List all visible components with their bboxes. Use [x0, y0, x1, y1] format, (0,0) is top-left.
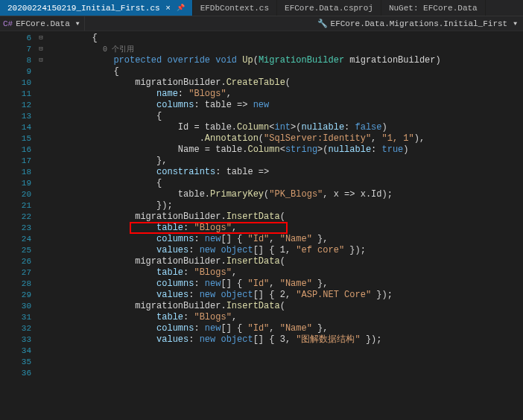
line-numbers: 6789101112131415161718192021222324252627… [10, 31, 36, 420]
line-number: 24 [10, 234, 31, 245]
code-line[interactable]: constraints: table => [49, 167, 523, 178]
pin-icon[interactable]: 📌 [177, 4, 185, 12]
token [49, 100, 156, 110]
line-number: 23 [10, 223, 31, 234]
code-editor[interactable]: 6789101112131415161718192021222324252627… [0, 31, 523, 420]
code-line[interactable]: .Annotation("SqlServer:Identity", "1, 1"… [49, 133, 523, 144]
tab-label: EFCore.Data.csproj [285, 4, 373, 13]
token [49, 55, 113, 66]
code-line[interactable]: { [49, 178, 523, 189]
code-area[interactable]: { 0 个引用 protected override void Up(Migra… [46, 31, 523, 420]
token: new [253, 100, 270, 110]
code-line[interactable]: table: "Blogs", [49, 312, 523, 323]
token: name [156, 89, 178, 99]
code-line[interactable]: { [49, 33, 523, 44]
token: nullable [301, 122, 344, 133]
token: Annotation [205, 133, 259, 144]
tab-3[interactable]: NuGet: EFCore.Data [381, 0, 486, 16]
token: new [205, 234, 221, 244]
code-line[interactable]: Name = table.Column<string>(nullable: tr… [49, 144, 523, 156]
token: "Blogs" [194, 267, 231, 278]
token: columns [156, 100, 194, 110]
token [49, 223, 156, 233]
token: "Name" [280, 323, 312, 334]
code-line[interactable]: }, [49, 156, 523, 167]
tab-1[interactable]: EFDbContext.cs [193, 0, 277, 16]
breadcrumb-left[interactable]: C# EFCore.Data ▼ [3, 19, 83, 28]
code-line[interactable]: table.PrimaryKey("PK_Blogs", x => x.Id); [49, 189, 523, 200]
token: nullable [329, 144, 372, 155]
token: columns [156, 279, 194, 289]
code-line[interactable]: columns: new[] { "Id", "Name" }, [49, 279, 523, 290]
token: new [205, 323, 221, 334]
code-line[interactable]: columns: table => new [49, 100, 523, 111]
token: InsertData [226, 211, 280, 222]
token: }, [49, 156, 167, 166]
breadcrumb-right[interactable]: 🔧 EFCore.Data.Migrations.Initial_First ▼ [317, 19, 520, 28]
token: , [232, 312, 237, 322]
line-number: 29 [10, 290, 31, 301]
token [49, 334, 156, 345]
outline-gutter [0, 31, 10, 420]
token: MigrationBuilder [259, 55, 344, 66]
code-line[interactable]: values: new object[] { 1, "ef core" }); [49, 245, 523, 256]
line-number: 6 [10, 33, 31, 44]
line-number: 10 [10, 77, 31, 89]
token: : [194, 323, 204, 334]
fold-toggle[interactable]: ⊟ [36, 44, 46, 55]
chevron-down-icon[interactable]: ▼ [73, 20, 83, 27]
code-line[interactable]: protected override void Up(MigrationBuil… [49, 55, 523, 66]
code-line[interactable]: table: "Blogs", [49, 267, 523, 279]
token: }, [312, 279, 329, 289]
tab-2[interactable]: EFCore.Data.csproj [277, 0, 381, 16]
fold-toggle[interactable]: ⊟ [36, 33, 46, 44]
tab-label: EFDbContext.cs [200, 4, 269, 13]
token: Column [237, 122, 269, 133]
line-number: 26 [10, 256, 31, 267]
line-number: 13 [10, 111, 31, 122]
chevron-down-icon[interactable]: ▼ [510, 20, 520, 27]
token: { [49, 33, 98, 43]
token: "Name" [280, 279, 312, 289]
code-line[interactable]: table: "Blogs", [49, 223, 523, 234]
csharp-icon: C# [3, 19, 13, 28]
token: protected override void [113, 55, 237, 66]
codelens[interactable]: 0 个引用 [49, 44, 523, 55]
code-line[interactable]: name: "Blogs", [49, 89, 523, 100]
tab-0[interactable]: 20200224150219_Initial_First.cs×📌 [0, 0, 193, 16]
code-line[interactable]: { [49, 111, 523, 122]
code-line[interactable]: columns: new[] { "Id", "Name" }, [49, 323, 523, 334]
code-line[interactable]: { [49, 66, 523, 77]
code-line[interactable]: migrationBuilder.CreateTable( [49, 77, 523, 89]
token: : table => [194, 100, 253, 110]
token: migrationBuilder. [49, 301, 226, 311]
code-line[interactable]: values: new object[] { 3, "图解数据结构" }); [49, 334, 523, 346]
code-line[interactable]: columns: new[] { "Id", "Name" }, [49, 234, 523, 245]
code-line[interactable]: migrationBuilder.InsertData( [49, 211, 523, 223]
code-line[interactable]: }); [49, 200, 523, 211]
token: , [269, 323, 279, 334]
line-number: 36 [10, 368, 31, 379]
code-line[interactable]: migrationBuilder.InsertData( [49, 301, 523, 312]
token: columns [156, 323, 194, 334]
fold-toggle[interactable]: ⊟ [36, 55, 46, 66]
code-line[interactable]: values: new object[] { 2, "ASP.NET Core"… [49, 290, 523, 301]
line-number: 16 [10, 144, 31, 156]
code-line[interactable]: Id = table.Column<int>(nullable: false) [49, 122, 523, 133]
token: , [232, 267, 237, 278]
line-number: 9 [10, 66, 31, 77]
token: }); [49, 200, 173, 211]
token [49, 267, 156, 278]
token: table [156, 267, 183, 278]
token: : [194, 234, 204, 244]
token: , [232, 223, 237, 233]
token: >( [291, 122, 301, 133]
token: Up [242, 55, 253, 66]
token: migrationBuilder. [49, 256, 226, 267]
line-number: 21 [10, 200, 31, 211]
code-line[interactable]: migrationBuilder.InsertData( [49, 256, 523, 267]
token: [] { [221, 234, 247, 244]
close-icon[interactable]: × [165, 4, 172, 12]
token [49, 323, 156, 334]
fold-column[interactable]: ⊟⊟⊟ [36, 31, 46, 420]
